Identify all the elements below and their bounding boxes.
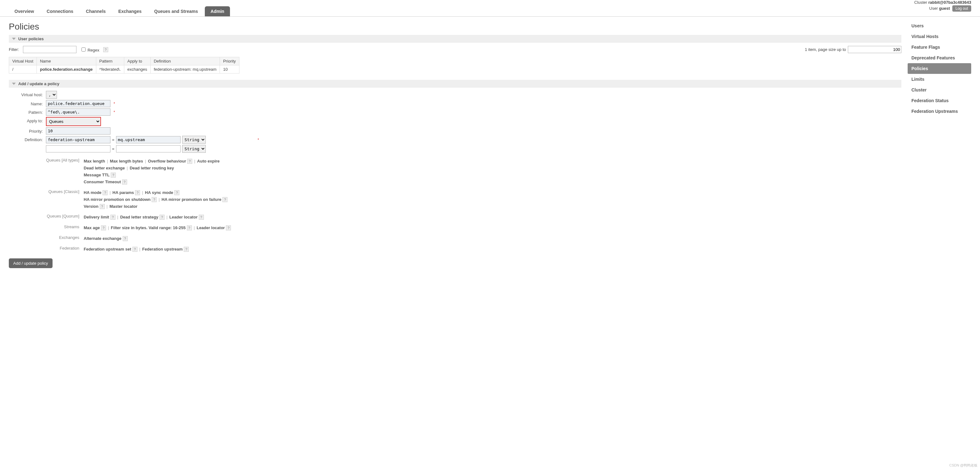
- help-icon[interactable]: ?: [199, 215, 204, 220]
- sidebar-item-federation-upstreams[interactable]: Federation Upstreams: [908, 106, 971, 117]
- helper-item[interactable]: Dead letter routing key: [130, 166, 174, 170]
- cell-vhost: /: [9, 65, 37, 74]
- regex-toggle[interactable]: Regex: [80, 46, 99, 52]
- page-info: 1 item, page size up to: [805, 47, 846, 52]
- sidebar-item-cluster[interactable]: Cluster: [908, 84, 971, 95]
- tab-queues-and-streams[interactable]: Queues and Streams: [148, 6, 204, 16]
- tab-admin[interactable]: Admin: [205, 6, 230, 16]
- help-icon[interactable]: ?: [184, 247, 189, 252]
- helper-item[interactable]: HA params: [113, 190, 134, 195]
- helper-item[interactable]: Filter size in bytes. Valid range: 16-25…: [111, 225, 186, 230]
- tab-exchanges[interactable]: Exchanges: [113, 6, 147, 16]
- helper-item[interactable]: Overflow behaviour: [148, 159, 186, 163]
- sidebar-item-federation-status[interactable]: Federation Status: [908, 95, 971, 106]
- helper-item[interactable]: Max length: [84, 159, 105, 163]
- tab-overview[interactable]: Overview: [9, 6, 40, 16]
- helper-item[interactable]: Auto expire: [197, 159, 220, 163]
- helper-item[interactable]: Master locator: [110, 204, 137, 209]
- vhost-select[interactable]: /: [46, 91, 57, 99]
- name-input[interactable]: [46, 100, 110, 107]
- help-icon[interactable]: ?: [187, 225, 192, 230]
- logout-button[interactable]: Log out: [952, 5, 971, 12]
- caret-down-icon: [12, 83, 16, 85]
- cluster-info: Cluster rabbit@07ba3c483643: [914, 0, 971, 5]
- helper-item[interactable]: HA mirror promotion on failure: [162, 197, 221, 202]
- help-icon[interactable]: ?: [123, 236, 128, 241]
- cell-name[interactable]: police.federation.exchange: [37, 65, 96, 74]
- page-size-input[interactable]: [848, 46, 901, 53]
- helper-category-label: Queues [Quorum]: [9, 214, 84, 221]
- help-icon[interactable]: ?: [103, 47, 108, 52]
- help-icon[interactable]: ?: [223, 197, 228, 202]
- help-icon[interactable]: ?: [122, 179, 127, 184]
- caret-down-icon: [12, 38, 16, 40]
- add-update-policy-button[interactable]: Add / update policy: [9, 258, 52, 268]
- helper-item[interactable]: Alternate exchange: [84, 236, 121, 241]
- helper-item[interactable]: HA sync mode: [145, 190, 173, 195]
- required-marker: *: [114, 101, 115, 106]
- help-icon[interactable]: ?: [100, 204, 105, 209]
- helper-category-label: Queues [All types]: [9, 158, 84, 185]
- sidebar-item-users[interactable]: Users: [908, 21, 971, 31]
- apply-to-select[interactable]: Queues: [46, 117, 101, 126]
- helper-item[interactable]: Consumer Timeout: [84, 179, 121, 184]
- helper-item[interactable]: Version: [84, 204, 99, 209]
- cell-pattern: ^federated\.: [96, 65, 124, 74]
- definition-value-input-empty[interactable]: [116, 145, 181, 152]
- helper-item[interactable]: Leader locator: [169, 215, 197, 219]
- help-icon[interactable]: ?: [132, 247, 137, 252]
- helper-item[interactable]: Federation upstream set: [84, 247, 131, 252]
- separator: |: [107, 204, 108, 209]
- sidebar-item-deprecated-features[interactable]: Deprecated Features: [908, 52, 971, 63]
- help-icon[interactable]: ?: [187, 159, 192, 164]
- add-policy-header[interactable]: Add / update a policy: [9, 80, 901, 88]
- separator: |: [127, 166, 128, 170]
- help-icon[interactable]: ?: [159, 215, 165, 220]
- regex-checkbox[interactable]: [81, 48, 86, 52]
- sidebar-item-virtual-hosts[interactable]: Virtual Hosts: [908, 31, 971, 42]
- helper-item[interactable]: Delivery limit: [84, 215, 109, 219]
- helper-item[interactable]: Max length bytes: [110, 159, 143, 163]
- help-icon[interactable]: ?: [103, 190, 108, 195]
- helper-item[interactable]: Dead letter exchange: [84, 166, 125, 170]
- admin-sidebar: UsersVirtual HostsFeature FlagsDeprecate…: [908, 17, 971, 268]
- required-marker: *: [114, 110, 115, 114]
- helper-category-label: Streams: [9, 225, 84, 231]
- equals-sign: =: [112, 146, 115, 151]
- helper-item[interactable]: Max age: [84, 225, 100, 230]
- definition-key-input[interactable]: [46, 136, 110, 143]
- helper-item[interactable]: HA mirror promotion on shutdown: [84, 197, 151, 202]
- tab-channels[interactable]: Channels: [80, 6, 111, 16]
- sidebar-item-policies[interactable]: Policies: [908, 63, 971, 74]
- table-row[interactable]: /police.federation.exchange^federated\.e…: [9, 65, 239, 74]
- pattern-input[interactable]: [46, 108, 110, 116]
- help-icon[interactable]: ?: [110, 215, 115, 220]
- filter-input[interactable]: [23, 46, 76, 53]
- helper-item[interactable]: HA mode: [84, 190, 102, 195]
- definition-type-select[interactable]: String: [182, 136, 206, 144]
- help-icon[interactable]: ?: [174, 190, 179, 195]
- column-header: Definition: [150, 57, 220, 65]
- helper-category-label: Federation: [9, 246, 84, 253]
- sidebar-item-feature-flags[interactable]: Feature Flags: [908, 42, 971, 52]
- page-title: Policies: [9, 22, 901, 32]
- definition-key-input-empty[interactable]: [46, 145, 110, 152]
- user-policies-header[interactable]: User policies: [9, 35, 901, 43]
- separator: |: [117, 215, 118, 219]
- help-icon[interactable]: ?: [135, 190, 140, 195]
- help-icon[interactable]: ?: [101, 225, 106, 230]
- helper-category-label: Queues [Classic]: [9, 189, 84, 210]
- tab-connections[interactable]: Connections: [41, 6, 79, 16]
- definition-value-input[interactable]: [116, 136, 181, 143]
- helper-item[interactable]: Federation upstream: [142, 247, 183, 252]
- helper-item[interactable]: Dead letter strategy: [120, 215, 158, 219]
- definition-type-select[interactable]: String: [182, 145, 206, 153]
- sidebar-item-limits[interactable]: Limits: [908, 74, 971, 84]
- helper-item[interactable]: Leader locator: [197, 225, 225, 230]
- separator: |: [110, 190, 110, 195]
- help-icon[interactable]: ?: [111, 173, 116, 177]
- priority-input[interactable]: [46, 127, 110, 135]
- helper-item[interactable]: Message TTL: [84, 173, 110, 177]
- help-icon[interactable]: ?: [226, 225, 231, 230]
- help-icon[interactable]: ?: [152, 197, 157, 202]
